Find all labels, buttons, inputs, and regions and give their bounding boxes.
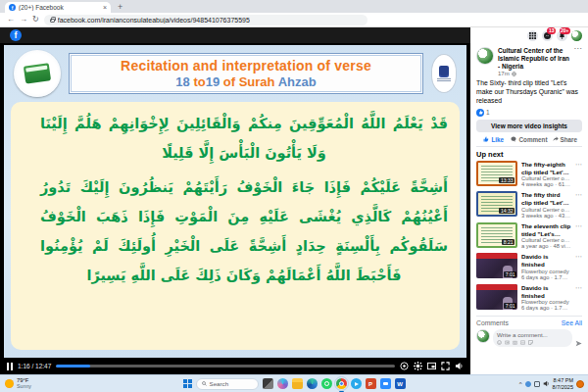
notification-badge[interactable]	[576, 380, 584, 388]
clock-date: 8/7/2025	[553, 384, 573, 390]
like-button[interactable]: Like	[476, 136, 511, 143]
page-meta: Cultural Center of the Islamic Republic …	[498, 47, 570, 76]
up-next-title[interactable]: The eleventh clip titled "Let's make...	[521, 222, 571, 238]
video-thumbnail[interactable]: 7:01	[476, 253, 517, 278]
duration-badge: 13:33	[499, 177, 514, 183]
file-explorer-icon[interactable]	[292, 378, 303, 389]
video-thumbnail[interactable]: 14:32	[476, 191, 517, 217]
item-more-icon[interactable]: ⋯	[575, 284, 582, 312]
back-icon[interactable]: ←	[7, 16, 15, 24]
comment-bubble-icon	[511, 136, 516, 142]
powerpoint-icon[interactable]: P	[366, 378, 376, 389]
browser-tab[interactable]: f (20+) Facebook ×	[5, 2, 111, 13]
notifications-bell-icon[interactable]: 20+	[557, 30, 567, 41]
like-reaction-icon	[476, 109, 484, 117]
post-time-text: 17m	[498, 71, 510, 76]
up-next-item[interactable]: 7:01 Davido is finished Flowerboy comedy…	[476, 253, 582, 280]
up-next-channel: Flowerboy comedy	[521, 269, 571, 274]
up-next-meta: 3 weeks ago · 43 views	[521, 213, 571, 219]
post-text: The Sixty- third clip titled "Let's make…	[476, 79, 582, 105]
up-next-title[interactable]: Davido is finished	[521, 253, 571, 269]
image-icon[interactable]	[520, 340, 525, 345]
browser-urlbar: ← → ↻ facebook.com/iranianconsulateabuja…	[0, 13, 588, 27]
comments-header: Comments See All	[476, 316, 582, 326]
weather-widget[interactable]: 79°F Sunny	[5, 377, 31, 389]
menu-grid-icon[interactable]	[527, 30, 538, 41]
up-next-item[interactable]: 13:33 The fifty-eighth clip titled "Let'…	[476, 161, 582, 188]
page-header: Cultural Center of the Islamic Republic …	[476, 47, 582, 76]
video-slide: Recitation and interpretation of verse 1…	[4, 45, 466, 358]
tab-title: (20+) Facebook	[19, 4, 100, 11]
comment-composer: Write a comment...	[476, 329, 582, 351]
pause-button[interactable]	[7, 363, 13, 370]
item-more-icon[interactable]: ⋯	[575, 253, 582, 280]
video-thumbnail[interactable]: 8:21	[476, 222, 517, 248]
view-insights-button[interactable]: View more video insights	[476, 120, 582, 132]
item-more-icon[interactable]: ⋯	[575, 222, 582, 250]
title-seg: Surah	[239, 74, 278, 89]
facebook-logo-icon[interactable]: f	[10, 29, 22, 41]
up-next-title[interactable]: Davido is finished	[521, 284, 571, 300]
video-player[interactable]: Recitation and interpretation of verse 1…	[0, 43, 470, 374]
post-time: 17m	[498, 71, 570, 76]
messenger-icon[interactable]: 13	[542, 30, 553, 41]
title-seg: 19	[206, 74, 223, 89]
up-next-item[interactable]: 14:32 The fifty third clip titled "Let's…	[476, 191, 582, 219]
reactions-row[interactable]: 1	[476, 109, 582, 117]
send-comment-icon[interactable]	[575, 333, 582, 351]
windows-start-icon[interactable]	[183, 379, 192, 388]
comment-button[interactable]: Comment	[511, 136, 547, 143]
settings-gear-icon[interactable]	[414, 362, 422, 370]
post-more-icon[interactable]: ⋯	[574, 47, 583, 76]
verse-19-text: أَشِحَّةً عَلَيْكُمْ فَإِذَا جَاءَ الْخَ…	[21, 173, 448, 290]
up-next-item[interactable]: 7:01 Davido is finished Flowerboy comedy…	[476, 284, 582, 312]
comment-input[interactable]: Write a comment...	[493, 329, 572, 347]
tab-close-icon[interactable]: ×	[103, 4, 107, 11]
tray-volume-icon[interactable]	[543, 380, 550, 387]
up-next-title[interactable]: The fifty-eighth clip titled "Let's make…	[521, 161, 571, 176]
up-next-item[interactable]: 8:21 The eleventh clip titled "Let's mak…	[476, 222, 582, 250]
gif-icon[interactable]	[505, 340, 510, 345]
organization-emblem-icon	[431, 54, 457, 93]
whatsapp-icon[interactable]	[321, 378, 332, 389]
fullscreen-icon[interactable]	[441, 362, 450, 370]
taskbar-clock[interactable]: 8:47 PM 8/7/2025	[553, 377, 573, 390]
refresh-icon[interactable]: ↻	[32, 16, 39, 24]
taskbar-search[interactable]: Search	[196, 378, 259, 390]
emoji-icon[interactable]	[497, 340, 502, 345]
sticker-icon[interactable]	[528, 340, 533, 345]
progress-bar[interactable]	[56, 365, 395, 368]
new-tab-button[interactable]: +	[118, 2, 122, 12]
chrome-icon[interactable]	[336, 378, 347, 389]
browser-tabstrip: f (20+) Facebook × +	[0, 0, 588, 13]
tray-app-icon[interactable]	[525, 381, 531, 387]
duration-badge: 7:01	[504, 303, 516, 309]
pip-icon[interactable]	[427, 362, 436, 370]
page-avatar[interactable]	[476, 47, 494, 65]
video-thumbnail[interactable]: 7:01	[476, 284, 517, 310]
word-icon[interactable]: W	[395, 378, 406, 389]
address-bar[interactable]: facebook.com/iranianconsulateabuja/video…	[44, 15, 368, 25]
up-next-text: Davido is finished Flowerboy comedy 6 da…	[521, 253, 571, 280]
page-name[interactable]: Cultural Center of the Islamic Republic …	[498, 47, 570, 70]
edge-icon[interactable]	[307, 378, 318, 389]
task-view-icon[interactable]	[263, 378, 273, 389]
video-thumbnail[interactable]: 13:33	[476, 161, 517, 186]
comments-label: Comments	[476, 319, 509, 326]
up-next-title[interactable]: The fifty third clip titled "Let's make.…	[521, 191, 571, 207]
tray-expand-icon[interactable]: ^	[519, 381, 522, 387]
zoom-app-icon[interactable]	[380, 378, 391, 389]
camera-icon[interactable]	[513, 340, 517, 345]
captions-icon[interactable]	[400, 362, 409, 370]
item-more-icon[interactable]: ⋯	[575, 191, 582, 219]
see-all-link[interactable]: See All	[562, 319, 582, 326]
display-icon[interactable]	[534, 381, 540, 387]
item-more-icon[interactable]: ⋯	[575, 161, 582, 188]
forward-icon[interactable]: →	[20, 16, 27, 24]
volume-icon[interactable]	[455, 362, 464, 370]
copilot-icon[interactable]	[277, 378, 288, 389]
profile-avatar[interactable]	[571, 30, 582, 41]
globe-icon	[512, 72, 516, 76]
share-button[interactable]: Share	[548, 136, 582, 143]
telegram-icon[interactable]	[351, 378, 362, 389]
